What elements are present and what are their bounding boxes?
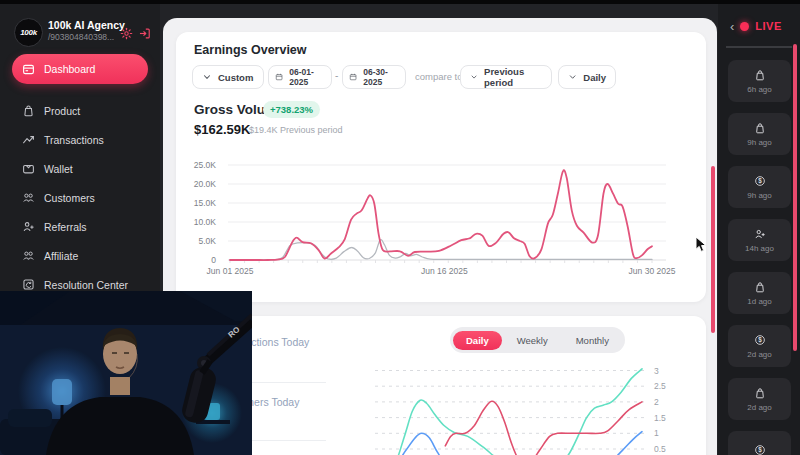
y-tick-label: 3 (654, 366, 659, 376)
sidebar-item-label: Customers (44, 192, 95, 204)
chevron-down-icon (568, 72, 577, 82)
y-tick-label: 15.0K (194, 198, 217, 208)
granularity-dropdown[interactable]: Daily (558, 65, 616, 89)
live-feed-item[interactable]: 6h ago (728, 60, 791, 102)
sidebar-item-label: Resolution Center (44, 279, 128, 291)
sidebar-item-dashboard[interactable]: Dashboard (12, 54, 148, 84)
sidebar-item-label: Product (44, 105, 80, 117)
live-feed-time: 9h ago (747, 138, 771, 147)
period-tabs: DailyWeeklyMonthly (450, 327, 625, 353)
live-feed-item[interactable]: 2d ago (728, 325, 791, 367)
range-type-dropdown[interactable]: Custom (192, 65, 264, 89)
bag-icon (754, 387, 766, 399)
gear-icon[interactable] (120, 27, 133, 40)
brand-header: 100k 100k AI Agency /903804840398... (14, 18, 154, 46)
date-range-separator: - (335, 70, 338, 81)
dollar-icon (754, 334, 766, 346)
earnings-title: Earnings Overview (194, 43, 307, 57)
live-header: ‹ LIVE (730, 17, 792, 35)
webcam-overlay: RO (0, 291, 252, 455)
users-icon (22, 191, 35, 204)
bag-icon (754, 69, 766, 81)
compare-period-value: Previous period (484, 66, 542, 88)
date-to-input[interactable]: 06-30-2025 (342, 65, 406, 89)
brand-name: 100k AI Agency (48, 19, 125, 31)
live-feed-item[interactable]: 14h ago (728, 219, 791, 261)
y-tick-label: 5.0K (199, 236, 217, 246)
sidebar-nav: DashboardProductTransactionsWalletCustom… (0, 52, 160, 299)
date-from-input[interactable]: 06-01-2025 (268, 65, 332, 89)
live-sidebar: ‹ LIVE 6h ago9h ago9h ago14h ago1d ago2d… (718, 4, 800, 455)
wallet-icon (22, 162, 35, 175)
gross-volume-value: $162.59K (194, 122, 250, 137)
user-plus-icon (754, 228, 766, 240)
range-type-value: Custom (218, 72, 253, 83)
sidebar-item-label: Wallet (44, 163, 73, 175)
live-scrollbar[interactable] (793, 44, 797, 351)
chevron-down-icon (202, 72, 212, 82)
live-dot-icon (740, 22, 749, 31)
x-tick-label: Jun 01 2025 (207, 266, 254, 276)
live-feed-item[interactable]: 2d ago (728, 378, 791, 420)
live-feed-item[interactable]: 1d ago (728, 272, 791, 314)
dollar-icon (754, 175, 766, 187)
brand-logo: 100k (14, 18, 43, 47)
y-tick-label: 10.0K (194, 217, 217, 227)
bag-icon (22, 104, 35, 117)
bag-icon (754, 281, 766, 293)
y-tick-label: 2.5 (654, 381, 666, 391)
y-tick-label: 25.0K (194, 160, 217, 170)
sidebar-item-referrals[interactable]: Referrals (12, 212, 148, 241)
sidebar-item-wallet[interactable]: Wallet (12, 154, 148, 183)
dashboard-icon (22, 63, 35, 76)
trend-icon (22, 133, 35, 146)
date-to-value: 06-30-2025 (363, 67, 399, 87)
compare-to-label: compare to (415, 71, 463, 82)
brand-logo-text: 100k (20, 28, 37, 37)
calendar-icon (275, 72, 283, 82)
y-tick-label: 0 (211, 255, 216, 265)
x-tick-label: Jun 30 2025 (629, 266, 676, 276)
tab-monthly[interactable]: Monthly (563, 331, 622, 350)
date-from-value: 06-01-2025 (289, 67, 325, 87)
line-series-red (445, 401, 642, 455)
live-feed-time: 9h ago (747, 191, 771, 200)
x-tick-label: Jun 16 2025 (421, 266, 468, 276)
live-divider (726, 46, 792, 48)
sidebar-item-label: Referrals (44, 221, 87, 233)
sidebar-item-label: Transactions (44, 134, 104, 146)
calendar-icon (349, 72, 357, 82)
y-tick-label: 1.5 (654, 413, 666, 423)
sidebar-item-transactions[interactable]: Transactions (12, 125, 148, 154)
sidebar-item-customers[interactable]: Customers (12, 183, 148, 212)
live-feed-item[interactable] (728, 431, 791, 455)
y-tick-label: 1 (654, 428, 659, 438)
earnings-overview-card: Earnings Overview Custom 06-01-2025 - 06… (176, 32, 706, 302)
live-feed-item[interactable]: 9h ago (728, 113, 791, 155)
tab-weekly[interactable]: Weekly (504, 331, 561, 350)
y-tick-label: 2 (654, 397, 659, 407)
live-feed-time: 2d ago (747, 403, 771, 412)
chevron-down-icon (470, 72, 478, 82)
change-badge: +738.23% (263, 101, 320, 118)
sidebar-item-affiliate[interactable]: Affiliate (12, 241, 148, 270)
live-feed-time: 1d ago (747, 297, 771, 306)
live-feed-time: 14h ago (745, 244, 774, 253)
tab-daily[interactable]: Daily (453, 331, 502, 350)
brand-subtitle: /903804840398... (48, 32, 114, 42)
signout-icon[interactable] (138, 27, 151, 40)
main-scrollbar[interactable] (711, 166, 715, 333)
sidebar-item-product[interactable]: Product (12, 96, 148, 125)
users-icon (22, 249, 35, 262)
resolution-icon (22, 278, 35, 291)
today-activity-card: Total Transactions Today New Customers T… (176, 316, 706, 455)
live-feed-time: 2d ago (747, 350, 771, 359)
compare-period-dropdown[interactable]: Previous period (460, 65, 552, 89)
live-label: LIVE (755, 20, 781, 32)
live-feed-list: 6h ago9h ago9h ago14h ago1d ago2d ago2d … (728, 60, 791, 455)
collapse-panel-icon[interactable]: ‹ (730, 20, 734, 33)
bag-icon (754, 122, 766, 134)
y-tick-label: 20.0K (194, 179, 217, 189)
live-feed-time: 6h ago (747, 85, 771, 94)
live-feed-item[interactable]: 9h ago (728, 166, 791, 208)
